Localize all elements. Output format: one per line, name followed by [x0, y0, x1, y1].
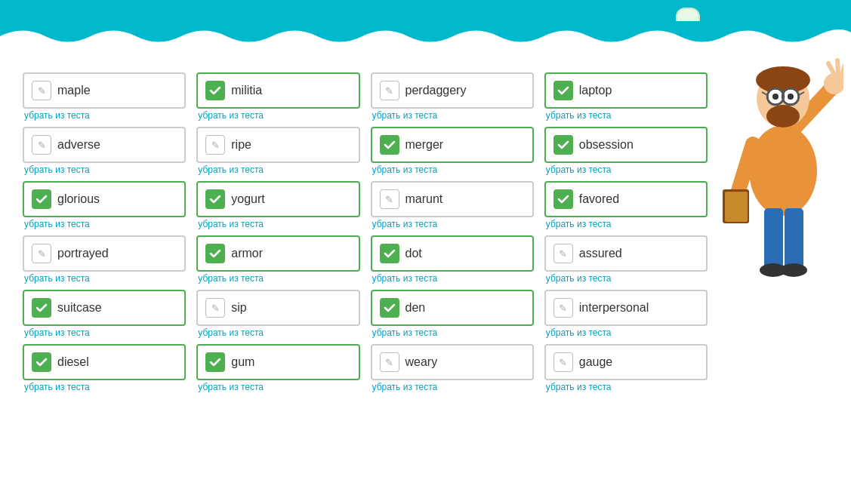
word-box-perdaggery[interactable]: perdaggery [371, 72, 534, 109]
word-box-gauge[interactable]: gauge [544, 344, 708, 380]
remove-link[interactable]: убрать из теста [196, 273, 359, 284]
word-text: maple [57, 84, 91, 97]
word-box-gum[interactable]: gum [196, 344, 359, 380]
word-cell-glorious: gloriousубрать из теста [23, 181, 186, 229]
svg-point-9 [756, 66, 810, 94]
svg-point-10 [766, 105, 800, 128]
word-cell-marunt: maruntубрать из теста [371, 181, 534, 229]
check-icon [205, 352, 225, 372]
remove-link[interactable]: убрать из теста [544, 219, 708, 229]
remove-link[interactable]: убрать из теста [196, 382, 359, 392]
remove-link[interactable]: убрать из теста [371, 110, 534, 121]
word-cell-gum: gumубрать из теста [196, 344, 359, 392]
word-box-adverse[interactable]: adverse [23, 127, 186, 163]
word-cell-weary: wearyубрать из теста [371, 344, 534, 392]
word-text: glorious [57, 192, 100, 206]
pencil-icon [553, 244, 573, 263]
check-icon [380, 244, 399, 263]
word-cell-perdaggery: perdaggeryубрать из теста [371, 72, 534, 121]
remove-link[interactable]: убрать из теста [544, 382, 708, 392]
word-cell-gauge: gaugeубрать из теста [544, 344, 708, 392]
word-cell-laptop: laptopубрать из теста [544, 72, 708, 121]
word-cell-adverse: adverseубрать из теста [23, 127, 186, 175]
remove-link[interactable]: убрать из теста [544, 273, 708, 284]
pencil-icon [380, 352, 399, 372]
remove-link[interactable]: убрать из теста [196, 110, 359, 121]
word-text: gum [231, 355, 254, 369]
word-cell-favored: favoredубрать из теста [544, 181, 708, 229]
remove-link[interactable]: убрать из теста [371, 382, 534, 392]
pencil-icon [32, 135, 51, 155]
remove-link[interactable]: убрать из теста [371, 327, 534, 338]
word-box-weary[interactable]: weary [371, 344, 534, 380]
pencil-icon [32, 81, 51, 100]
word-box-sip[interactable]: sip [196, 290, 359, 326]
remove-link[interactable]: убрать из теста [196, 164, 359, 175]
word-box-diesel[interactable]: diesel [23, 344, 186, 380]
word-box-marunt[interactable]: marunt [371, 181, 534, 217]
word-box-maple[interactable]: maple [23, 72, 186, 109]
word-cell-den: denубрать из теста [371, 290, 534, 338]
words-grid: mapleубрать из тестаmilitiaубрать из тес… [15, 72, 715, 392]
word-cell-assured: assuredубрать из теста [544, 235, 708, 284]
word-box-glorious[interactable]: glorious [23, 181, 186, 217]
remove-link[interactable]: убрать из теста [23, 164, 186, 175]
word-box-favored[interactable]: favored [544, 181, 708, 217]
word-text: militia [231, 84, 262, 97]
word-text: obsession [579, 138, 634, 152]
character-area [715, 72, 836, 392]
word-text: adverse [57, 138, 100, 152]
remove-link[interactable]: убрать из теста [371, 164, 534, 175]
check-icon [205, 244, 225, 263]
svg-rect-20 [764, 208, 783, 269]
remove-link[interactable]: убрать из теста [196, 219, 359, 229]
word-box-yogurt[interactable]: yogurt [196, 181, 359, 217]
word-box-portrayed[interactable]: portrayed [23, 235, 186, 272]
remove-link[interactable]: убрать из теста [23, 382, 186, 392]
word-box-interpersonal[interactable]: interpersonal [544, 290, 708, 326]
word-cell-suitcase: suitcaseубрать из теста [23, 290, 186, 338]
remove-link[interactable]: убрать из теста [23, 327, 186, 338]
remove-link[interactable]: убрать из теста [23, 219, 186, 229]
word-cell-diesel: dieselубрать из теста [23, 344, 186, 392]
svg-point-6 [749, 125, 817, 216]
word-text: assured [579, 247, 622, 260]
word-box-laptop[interactable]: laptop [544, 72, 708, 109]
word-cell-obsession: obsessionубрать из теста [544, 127, 708, 175]
remove-link[interactable]: убрать из теста [196, 327, 359, 338]
pencil-icon [380, 189, 399, 209]
word-box-dot[interactable]: dot [371, 235, 534, 272]
word-box-armor[interactable]: armor [196, 235, 359, 272]
word-text: diesel [57, 355, 89, 369]
word-text: portrayed [57, 247, 109, 260]
svg-point-18 [772, 94, 779, 100]
word-box-militia[interactable]: militia [196, 72, 359, 109]
word-cell-yogurt: yogurtубрать из теста [196, 181, 359, 229]
word-cell-maple: mapleубрать из теста [23, 72, 186, 121]
pencil-icon [553, 298, 573, 318]
character-illustration [715, 27, 843, 291]
word-box-ripe[interactable]: ripe [196, 127, 359, 163]
word-box-den[interactable]: den [371, 290, 534, 326]
pencil-icon [553, 352, 573, 372]
word-box-suitcase[interactable]: suitcase [23, 290, 186, 326]
word-box-assured[interactable]: assured [544, 235, 708, 272]
check-icon [32, 298, 51, 318]
remove-link[interactable]: убрать из теста [544, 164, 708, 175]
word-text: suitcase [57, 301, 102, 315]
word-box-obsession[interactable]: obsession [544, 127, 708, 163]
word-text: sip [231, 301, 246, 315]
word-box-merger[interactable]: merger [371, 127, 534, 163]
remove-link[interactable]: убрать из теста [371, 219, 534, 229]
remove-link[interactable]: убрать из теста [23, 273, 186, 284]
word-text: dot [405, 247, 422, 260]
remove-link[interactable]: убрать из теста [544, 327, 708, 338]
remove-link[interactable]: убрать из теста [371, 273, 534, 284]
word-text: armor [231, 247, 263, 260]
word-text: ripe [231, 138, 251, 152]
word-text: interpersonal [579, 301, 649, 315]
word-cell-interpersonal: interpersonalубрать из теста [544, 290, 708, 338]
remove-link[interactable]: убрать из теста [544, 110, 708, 121]
word-text: perdaggery [405, 84, 467, 97]
remove-link[interactable]: убрать из теста [23, 110, 186, 121]
